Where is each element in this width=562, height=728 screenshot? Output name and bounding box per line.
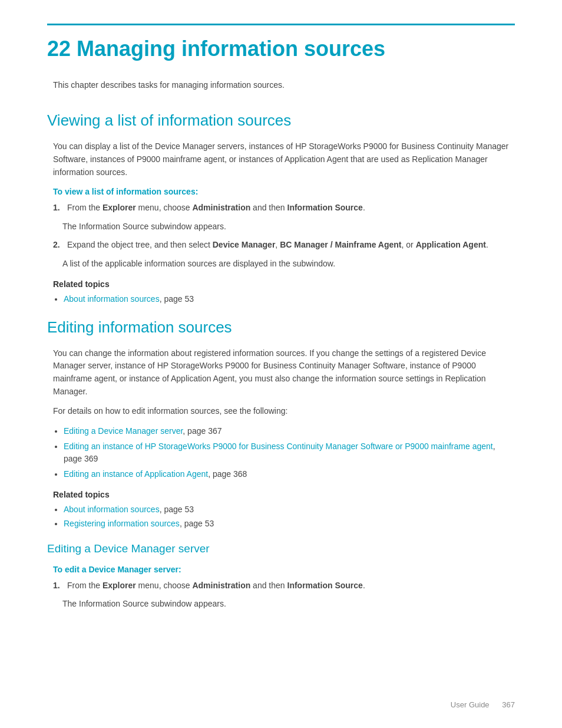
viewing-intro: You can display a list of the Device Man… [53,140,515,179]
link-registering-info-sources[interactable]: Registering information sources [64,519,180,528]
editing-related-topic-1: About information sources, page 53 [64,503,515,516]
footer-page-num: 367 [502,700,515,709]
section-editing: Editing information sources You can chan… [47,316,515,530]
bold-info-source-2: Information Source [287,581,363,590]
editing-bullet-1-pageref: , page 367 [183,426,222,436]
section-title-editing: Editing information sources [47,316,515,339]
edit-dm-step-1-num: 1. [53,579,62,592]
bold-administration-2: Administration [192,581,250,590]
subsection-title-editing-dm: Editing a Device Manager server [47,541,515,558]
chapter-intro: This chapter describes tasks for managin… [53,79,515,91]
chapter-number: 22 [47,37,71,61]
editing-bullet-3: Editing an instance of Application Agent… [64,468,515,480]
editing-related-topics-list: About information sources, page 53 Regis… [64,503,515,530]
link-about-info-sources-1[interactable]: About information sources [64,294,160,304]
view-step-1-num: 1. [53,202,62,215]
footer: User Guide 367 [451,699,515,711]
edit-dm-step-label: To edit a Device Manager server: [53,564,515,576]
top-border [47,24,515,25]
viewing-related-topic-1: About information sources, page 53 [64,293,515,305]
footer-label: User Guide [451,700,490,709]
view-step-label: To view a list of information sources: [53,186,515,198]
view-step-1: 1. From the Explorer menu, choose Admini… [53,202,515,215]
bold-explorer: Explorer [103,203,136,212]
view-step-2-content: Expand the object tree, and then select … [67,239,488,252]
section-editing-device-manager: Editing a Device Manager server To edit … [47,541,515,610]
chapter-title-text: Managing information sources [77,37,385,61]
link-editing-device-manager[interactable]: Editing a Device Manager server [64,426,183,436]
viewing-related-topics-list: About information sources, page 53 [64,293,515,305]
chapter-title: 22 Managing information sources [47,36,515,61]
editing-intro: You can change the information about reg… [53,347,515,398]
page: 22 Managing information sources This cha… [0,0,562,728]
view-step-1-subtext: The Information Source subwindow appears… [62,220,515,233]
view-step-1-content: From the Explorer menu, choose Administr… [67,202,365,215]
section-viewing: Viewing a list of information sources Yo… [47,109,515,305]
editing-bullet-1: Editing a Device Manager server, page 36… [64,425,515,437]
link-editing-app-agent[interactable]: Editing an instance of Application Agent [64,469,208,479]
edit-dm-step-1-content: From the Explorer menu, choose Administr… [67,579,365,592]
link-about-info-sources-2[interactable]: About information sources [64,505,160,514]
viewing-related-topics-label: Related topics [53,278,515,291]
editing-bullets: Editing a Device Manager server, page 36… [64,425,515,480]
bold-administration: Administration [192,203,250,212]
edit-dm-step-1: 1. From the Explorer menu, choose Admini… [53,579,515,592]
edit-dm-step-1-subtext: The Information Source subwindow appears… [62,598,515,610]
bold-device-manager: Device Manager [213,240,276,249]
bold-info-source: Information Source [287,203,363,212]
view-step-2-subtext: A list of the applicable information sou… [62,258,515,270]
footer-spacer [491,700,500,709]
bold-explorer-2: Explorer [103,581,136,590]
link-editing-hp-storageworks[interactable]: Editing an instance of HP StorageWorks P… [64,442,493,451]
view-step-2: 2. Expand the object tree, and then sele… [53,239,515,252]
editing-bullet-2: Editing an instance of HP StorageWorks P… [64,440,515,465]
bold-app-agent: Application Agent [416,240,486,249]
section-title-viewing: Viewing a list of information sources [47,109,515,132]
editing-related-topic-2: Registering information sources, page 53 [64,518,515,530]
editing-related-topics-label: Related topics [53,489,515,501]
view-step-2-num: 2. [53,239,62,252]
editing-bullet-3-pageref: , page 368 [208,469,247,479]
editing-for-details: For details on how to edit information s… [53,405,515,418]
bold-bc-manager: BC Manager / Mainframe Agent [280,240,401,249]
